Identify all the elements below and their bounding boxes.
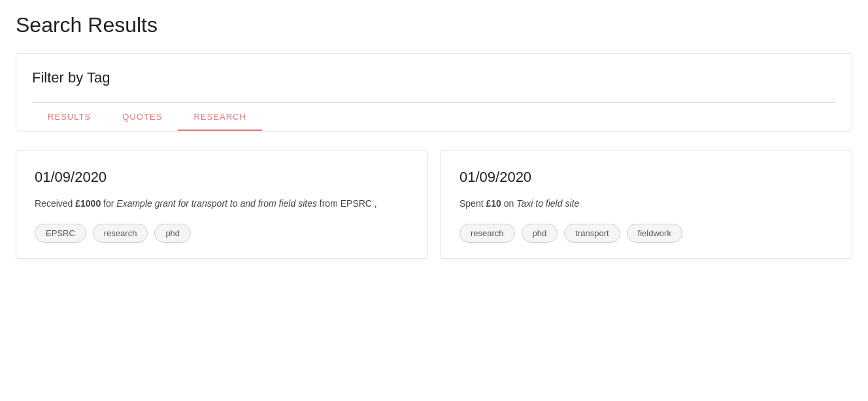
title-italic: Taxi to field site (516, 198, 579, 209)
tag: EPSRC (35, 224, 86, 243)
title-italic: Example grant for transport to and from … (116, 198, 317, 209)
tab-research[interactable]: RESEARCH (178, 103, 262, 131)
description-mid: on (501, 198, 516, 209)
result-description: Received £1000 for Example grant for tra… (35, 196, 409, 211)
tag: transport (564, 224, 620, 243)
tags-container: EPSRC research phd (35, 224, 409, 243)
tags-container: research phd transport fieldwork (459, 224, 833, 243)
tab-results[interactable]: RESULTS (32, 103, 107, 131)
tag: research (459, 224, 515, 243)
results-grid: 01/09/2020 Received £1000 for Example gr… (16, 150, 852, 259)
filter-title: Filter by Tag (32, 69, 836, 86)
page-title: Search Results (16, 13, 852, 37)
tabs-container: RESULTS QUOTES RESEARCH (32, 102, 836, 131)
description-mid: for (101, 198, 116, 209)
tag: phd (154, 224, 191, 243)
tag: research (93, 224, 148, 243)
tag: fieldwork (627, 224, 682, 243)
description-prefix: Received (35, 198, 75, 209)
description-prefix: Spent (459, 198, 486, 209)
result-description: Spent £10 on Taxi to field site (459, 196, 833, 211)
amount: £1000 (75, 198, 101, 209)
result-card: 01/09/2020 Received £1000 for Example gr… (16, 150, 427, 259)
filter-box: Filter by Tag RESULTS QUOTES RESEARCH (16, 53, 852, 131)
tag: phd (522, 224, 558, 243)
result-date: 01/09/2020 (459, 169, 833, 186)
amount: £10 (486, 198, 501, 209)
result-card: 01/09/2020 Spent £10 on Taxi to field si… (441, 150, 852, 259)
result-date: 01/09/2020 (35, 169, 409, 186)
description-suffix: from EPSRC , (317, 198, 377, 209)
tab-quotes[interactable]: QUOTES (107, 103, 178, 131)
